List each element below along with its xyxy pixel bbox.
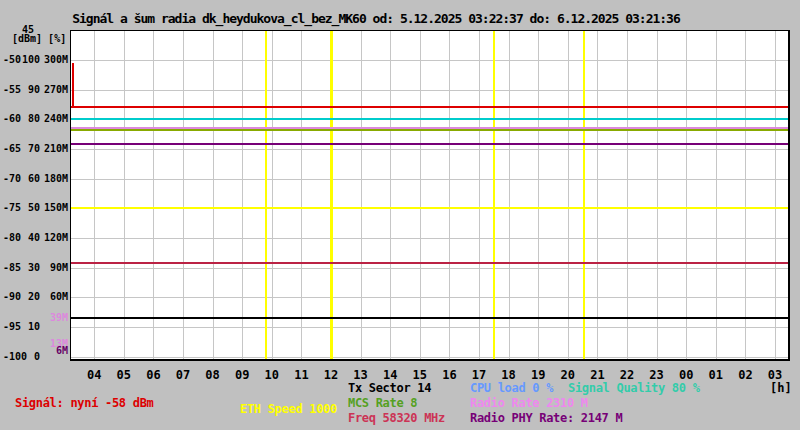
x-hour-label: 06 <box>138 369 168 381</box>
legend-frequency: Freq 58320 MHz <box>348 412 445 425</box>
legend-signal-quality: Signal Quality 80 % <box>568 382 700 395</box>
y-tick-pct: 10 <box>16 321 40 333</box>
gridline-vertical <box>94 31 95 359</box>
x-hour-label: 21 <box>582 369 612 381</box>
legend-radio-phy-rate: Radio PHY Rate: 2147 M <box>470 412 622 425</box>
gridline-vertical <box>213 31 214 359</box>
gridline-vertical <box>479 31 480 359</box>
gridline-horizontal <box>71 60 788 61</box>
x-hour-label: 11 <box>286 369 316 381</box>
legend-mcs-rate: MCS Rate 8 <box>348 397 417 410</box>
gridline-horizontal <box>71 327 788 328</box>
x-hour-label: 10 <box>257 369 287 381</box>
series-line-yellow-line <box>71 207 788 209</box>
y-axis-row: -8040120M <box>0 232 70 244</box>
gridline-vertical <box>183 31 184 359</box>
event-marker-line <box>330 31 333 359</box>
gridline-vertical <box>775 31 776 359</box>
gridline-vertical <box>242 31 243 359</box>
y-axis-row: -6080240M <box>0 113 70 125</box>
radio-signal-noise-chart: Signál a šum radia dk_heydukova_cl_bez_M… <box>0 0 800 430</box>
y-tick-pct: 20 <box>16 291 40 303</box>
y-axis-row: -50100300M <box>0 54 70 66</box>
gridline-vertical <box>627 31 628 359</box>
gridline-horizontal <box>71 179 788 180</box>
y-tick-rate: 180M <box>40 173 68 185</box>
gridline-vertical <box>597 31 598 359</box>
gridline-horizontal <box>71 149 788 150</box>
series-line-sign-l <box>71 106 788 108</box>
y-tick-pct: 30 <box>16 262 40 274</box>
gridline-horizontal <box>71 357 788 358</box>
rate-value-label: 39M <box>38 312 68 323</box>
y-tick-rate: 120M <box>40 232 68 244</box>
y-axis-units-label: [dBm] [%] <box>12 33 66 44</box>
gridline-vertical <box>716 31 717 359</box>
x-hour-label: 15 <box>405 369 435 381</box>
x-hour-label: 20 <box>553 369 583 381</box>
x-hour-label: 17 <box>464 369 494 381</box>
x-axis-unit-label: [h] <box>770 381 792 395</box>
x-hour-label: 07 <box>168 369 198 381</box>
y-axis-row: -7060180M <box>0 173 70 185</box>
y-tick-pct: 100 <box>16 54 40 66</box>
x-hour-label: 01 <box>701 369 731 381</box>
x-hour-label: 12 <box>316 369 346 381</box>
x-hour-label: 13 <box>346 369 376 381</box>
y-axis-row: -853090M <box>0 262 70 274</box>
legend-eth-speed: ETH Speed 1000 <box>240 403 337 416</box>
x-hour-label: 03 <box>760 369 790 381</box>
x-hour-label: 23 <box>642 369 672 381</box>
gridline-horizontal <box>71 297 788 298</box>
gridline-vertical <box>568 31 569 359</box>
y-tick-pct: 80 <box>16 113 40 125</box>
y-tick-pct: 60 <box>16 173 40 185</box>
series-line-crimson-line <box>71 262 788 264</box>
chart-title: Signál a šum radia dk_heydukova_cl_bez_M… <box>0 11 752 26</box>
gridline-vertical <box>745 31 746 359</box>
gridline-vertical <box>361 31 362 359</box>
series-line-signal-quality <box>71 118 788 120</box>
x-hour-label: 22 <box>612 369 642 381</box>
y-tick-rate: 240M <box>40 113 68 125</box>
y-axis-row: -5590270M <box>0 84 70 96</box>
series-line-radio-phy-rate <box>71 143 788 145</box>
gridline-vertical <box>449 31 450 359</box>
x-hour-label: 14 <box>375 369 405 381</box>
y-tick-rate: 150M <box>40 202 68 214</box>
y-tick-pct: 0 <box>16 351 40 363</box>
gridline-vertical <box>272 31 273 359</box>
gridline-vertical <box>538 31 539 359</box>
x-hour-label: 18 <box>494 369 524 381</box>
gridline-horizontal <box>71 90 788 91</box>
legend-tx-sector: Tx Sector 14 <box>348 382 431 395</box>
gridline-vertical <box>390 31 391 359</box>
plot-area <box>70 30 790 361</box>
y-axis-row: -7550150M <box>0 202 70 214</box>
x-hour-label: 09 <box>227 369 257 381</box>
legend-radio-rate: Radio Rate 2310 M <box>470 397 588 410</box>
y-tick-rate: 270M <box>40 84 68 96</box>
y-axis-row: -902060M <box>0 291 70 303</box>
legend-signal-current-value: Signál: nyní -58 dBm <box>15 397 154 410</box>
gridline-horizontal <box>71 238 788 239</box>
gridline-vertical <box>153 31 154 359</box>
series-start-segment-sign-l <box>72 63 74 108</box>
x-hour-label: 00 <box>671 369 701 381</box>
y-tick-pct: 50 <box>16 202 40 214</box>
series-line-olive-line <box>71 129 788 131</box>
rate-value-label: 6M <box>38 345 68 356</box>
y-tick-pct: 70 <box>16 143 40 155</box>
gridline-vertical <box>301 31 302 359</box>
y-tick-rate: 210M <box>40 143 68 155</box>
x-hour-label: 05 <box>109 369 139 381</box>
gridline-horizontal <box>71 268 788 269</box>
gridline-vertical <box>509 31 510 359</box>
event-marker-line <box>493 31 495 359</box>
gridline-vertical <box>420 31 421 359</box>
y-axis-row: -6570210M <box>0 143 70 155</box>
y-tick-pct: 40 <box>16 232 40 244</box>
y-tick-rate: 300M <box>40 54 68 66</box>
legend-cpu-load: CPU load 0 % <box>470 382 553 395</box>
gridline-vertical <box>686 31 687 359</box>
